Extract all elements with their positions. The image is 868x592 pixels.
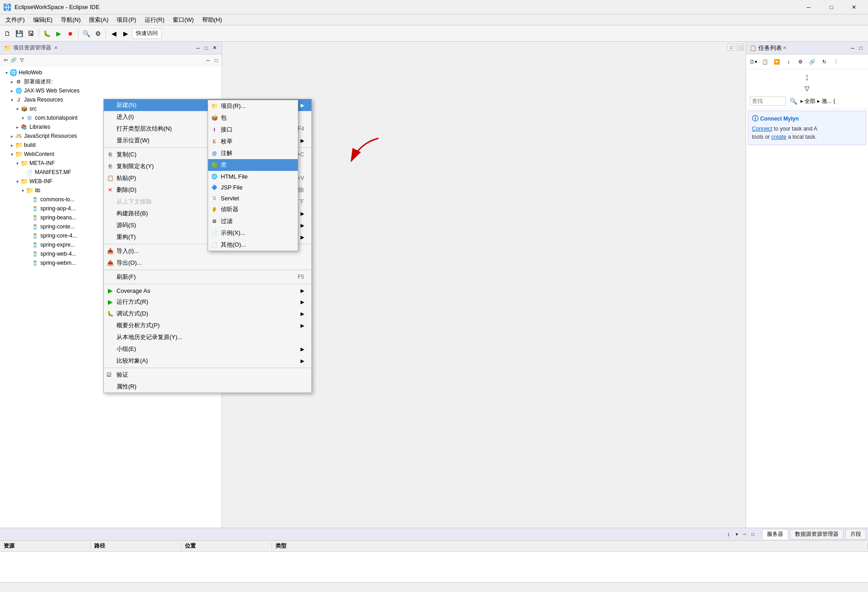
task-filter[interactable]: 🔽	[771, 56, 782, 67]
toolbar-save-all[interactable]: 🖫	[25, 28, 36, 39]
submenu-example[interactable]: 📄 示例(X)...	[208, 227, 298, 239]
restore-btn[interactable]: □	[727, 44, 735, 51]
tree-label-jaxws: JAX-WS Web Services	[24, 87, 79, 94]
ctx-item-restore-local[interactable]: 从本地历史记录复原(Y)...	[104, 331, 311, 343]
submenu-project-label: 项目(R)...	[221, 102, 246, 110]
task-search-btn[interactable]: 🔍	[788, 96, 799, 107]
tree-view-menu[interactable]: ▽	[18, 57, 25, 64]
listener-icon: 👂	[211, 206, 218, 213]
ctx-remove-ctx-label: 从上下文移除	[116, 198, 152, 206]
bottom-panel-scroll[interactable]: ↕	[725, 531, 732, 538]
close-button[interactable]: ✕	[844, 0, 864, 15]
task-more[interactable]: ⋮	[830, 56, 841, 67]
new-icon	[107, 102, 114, 109]
tree-item-deploy[interactable]: ▸ ⚙ 部署描述符:	[0, 77, 222, 86]
ctx-copy-label: 复制(C)	[116, 150, 136, 159]
submenu-interface[interactable]: I 接口	[208, 124, 298, 136]
menu-search[interactable]: 搜索(A)	[85, 15, 112, 25]
task-categorize[interactable]: 📋	[760, 56, 771, 67]
tree-item-jaxws[interactable]: ▸ 🌐 JAX-WS Web Services	[0, 86, 222, 95]
tree-label-spring-aop: spring-aop-4...	[40, 205, 75, 212]
toolbar-run[interactable]: ▶	[53, 28, 64, 39]
submenu-project[interactable]: 📁 项目(R)...	[208, 100, 298, 112]
task-sort[interactable]: ↕	[783, 56, 794, 67]
tree-toggle[interactable]: ▾	[4, 70, 9, 75]
task-search-input[interactable]	[750, 97, 786, 106]
paste-icon: 📋	[107, 175, 114, 182]
menu-navigate[interactable]: 导航(N)	[57, 15, 84, 25]
submenu-servlet[interactable]: S Servlet	[208, 193, 298, 204]
create-link[interactable]: create	[771, 134, 786, 140]
menu-help[interactable]: 帮助(H)	[199, 15, 226, 25]
bottom-panel-max[interactable]: □	[749, 531, 756, 538]
ctx-item-properties[interactable]: 属性(R)	[104, 381, 311, 393]
menu-project[interactable]: 项目(P)	[113, 15, 140, 25]
toolbar-save[interactable]: 💾	[14, 28, 24, 39]
task-new[interactable]: 🗋▾	[748, 56, 759, 67]
submenu-html[interactable]: 🌐 HTML File	[208, 171, 298, 182]
ctx-item-validate[interactable]: ☑ 验证	[104, 369, 311, 381]
coverage-icon: ▶	[107, 287, 114, 294]
menu-edit[interactable]: 编辑(E)	[29, 15, 56, 25]
validate-checkbox: ☑	[107, 372, 112, 378]
menu-window[interactable]: 窗口(W)	[169, 15, 198, 25]
submenu-other-label: 其他(O)...	[221, 241, 246, 249]
minimize-button[interactable]: ─	[798, 0, 819, 15]
tab-snippets[interactable]: 片段	[845, 529, 866, 539]
status-bar	[0, 582, 868, 592]
connect-link[interactable]: Connect	[752, 126, 772, 132]
task-link[interactable]: 🔗	[807, 56, 818, 67]
task-panel-max[interactable]: □	[857, 44, 864, 52]
panel-maximize[interactable]: □	[203, 44, 210, 52]
menu-run[interactable]: 运行(R)	[141, 15, 168, 25]
toolbar-new[interactable]: 🗋	[2, 28, 13, 39]
task-sync[interactable]: ↻	[819, 56, 829, 67]
ctx-item-run-as[interactable]: ▶ 运行方式(R) ▶	[104, 296, 311, 308]
toolbar-search[interactable]: 🔍	[81, 28, 92, 39]
toolbar-settings[interactable]: ⚙	[92, 28, 103, 39]
ctx-item-compare[interactable]: 比较对象(A) ▶	[104, 355, 311, 367]
ctx-item-export[interactable]: 📤 导出(O)...	[104, 257, 311, 269]
lib-icon: 📁	[25, 187, 34, 194]
toolbar-debug[interactable]: 🐛	[41, 28, 52, 39]
tab-datasource[interactable]: 数据源资源管理器	[790, 529, 844, 539]
ctx-item-team[interactable]: 小组(E) ▶	[104, 343, 311, 355]
ctx-item-refresh[interactable]: 刷新(F) F5	[104, 271, 311, 283]
task-panel-min[interactable]: ─	[849, 44, 856, 52]
ctx-item-debug-as[interactable]: 🐛 调试方式(D) ▶	[104, 308, 311, 320]
submenu-class[interactable]: 🟢 类	[208, 159, 298, 171]
jar-spring-expre-icon: 🫙	[31, 241, 39, 248]
copy-qualified-icon: ⎘	[107, 163, 114, 170]
toolbar-sep-1	[39, 29, 39, 38]
toolbar-forward[interactable]: ▶	[120, 28, 131, 39]
bottom-panel-min[interactable]: ─	[741, 531, 748, 538]
bottom-panel-more[interactable]: ▾	[733, 531, 740, 538]
panel-max2[interactable]: □	[213, 57, 220, 64]
submenu-annotation[interactable]: @ 注解	[208, 147, 298, 159]
bottom-tabs: ↕ ▾ ─ □ 服务器 数据源资源管理器 片段	[0, 528, 868, 541]
tree-collapse-all[interactable]: ⇦	[2, 57, 9, 64]
quick-access[interactable]: 快速访问	[132, 28, 162, 39]
maximize-button[interactable]: □	[821, 0, 842, 15]
submenu-filter[interactable]: ⚙ 过滤	[208, 215, 298, 227]
submenu-enum[interactable]: E 枚举	[208, 136, 298, 147]
toolbar-stop[interactable]: ■	[65, 28, 76, 39]
task-settings[interactable]: ⚙	[795, 56, 806, 67]
coverage-as-arrow: ▶	[301, 288, 304, 294]
ctx-item-profile-as[interactable]: 概要分析方式(P) ▶	[104, 320, 311, 331]
tab-servers[interactable]: 服务器	[762, 529, 788, 539]
submenu-other[interactable]: 📄 其他(O)...	[208, 239, 298, 251]
tree-item-helloweb[interactable]: ▾ 🌐 HelloWeb	[0, 68, 222, 77]
menu-file[interactable]: 文件(F)	[2, 15, 29, 25]
ctx-item-coverage-as[interactable]: ▶ Coverage As ▶	[104, 285, 311, 296]
panel-close[interactable]: ✕	[211, 44, 218, 52]
toolbar-back[interactable]: ◀	[108, 28, 119, 39]
max-btn[interactable]: ⬜	[737, 44, 744, 51]
panel-minimize[interactable]: ─	[194, 44, 202, 52]
tree-link-editor[interactable]: 🔗	[10, 57, 17, 64]
submenu-listener[interactable]: 👂 侦听器	[208, 204, 298, 215]
submenu-package[interactable]: 📦 包	[208, 112, 298, 124]
submenu-jsp[interactable]: 🔷 JSP File	[208, 182, 298, 193]
panel-min2[interactable]: ─	[204, 57, 212, 64]
col-path: 路径	[91, 542, 181, 550]
